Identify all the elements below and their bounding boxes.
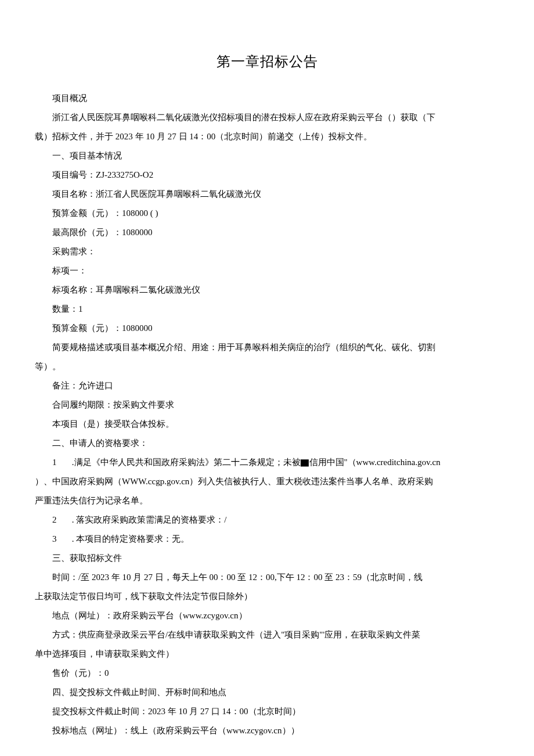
req-1-line1: 1 .满足《中华人民共和国政府采购法》第二十二条规定；未被▇信用中国"（www.… [35, 453, 499, 472]
req-3-text: . 本项目的特定资格要求：无。 [70, 534, 189, 543]
method-line2: 单中选择项目，申请获取采购文件） [35, 645, 499, 664]
page-title: 第一章招标公告 [35, 46, 499, 77]
line-overview: 项目概况 [35, 89, 499, 108]
project-number: 项目编号：ZJ-233275O-O2 [35, 165, 499, 185]
section-3-title: 三、获取招标文件 [35, 549, 499, 568]
remark: 备注：允许进口 [35, 376, 499, 395]
project-name: 项目名称：浙江省人民医院耳鼻咽喉科二氧化碳激光仪 [35, 185, 499, 204]
consortium: 本项目（是）接受联合体投标。 [35, 415, 499, 434]
brief-spec-2: 等）。 [35, 357, 499, 376]
req-2: 2 . 落实政府采购政策需满足的资格要求：/ [35, 510, 499, 530]
price: 售价（元）：0 [35, 664, 499, 683]
num-3: 3 [52, 534, 70, 543]
method-line1: 方式：供应商登录政采云平台/在线申请获取采购文件（进入"项目采购"'应用，在获取… [35, 625, 499, 645]
section-2-title: 二、申请人的资格要求： [35, 434, 499, 453]
line-intro-1: 浙江省人民医院耳鼻咽喉科二氧化碳激光仪招标项目的潜在投标人应在政府采购云平台（）… [35, 108, 499, 127]
req-1-text: .满足《中华人民共和国政府采购法》第二十二条规定；未被▇信用中国"（www.cr… [70, 458, 441, 467]
max-price: 最高限价（元）：1080000 [35, 223, 499, 242]
req-1-line3: 严重违法失信行为记录名单。 [35, 491, 499, 510]
req-2-text: . 落实政府采购政策需满足的资格要求：/ [70, 515, 226, 524]
quantity: 数量：1 [35, 300, 499, 319]
num-2: 2 [52, 515, 70, 524]
time-line1: 时间：/至 2023 年 10 月 27 日，每天上午 00：00 至 12：0… [35, 568, 499, 587]
num-1: 1 [52, 458, 70, 467]
budget-amount: 预算金额（元）：108000 ( ) [35, 204, 499, 223]
item-1: 标项一： [35, 261, 499, 280]
req-3: 3 . 本项目的特定资格要求：无。 [35, 530, 499, 549]
contract-period: 合同履约期限：按采购文件要求 [35, 395, 499, 415]
deadline: 提交投标文件截止时间：2023 年 10 月 27 口 14：00（北京时间） [35, 702, 499, 721]
procurement-req: 采购需求： [35, 242, 499, 261]
item-budget: 预算金额（元）：1080000 [35, 319, 499, 338]
bid-location: 投标地点（网址）：线上（政府采购云平台（www.zcygov.cn）） [35, 721, 499, 740]
brief-spec-1: 简要规格描述或项目基本概况介绍、用途：用于耳鼻喉科相关病症的治疗（组织的气化、碳… [35, 338, 499, 357]
time-line2: 上获取法定节假日均可，线下获取文件法定节假日除外） [35, 587, 499, 606]
location: 地点（网址）：政府采购云平台（www.zcygov.cn） [35, 606, 499, 625]
req-1-line2: ）、中国政府采购网（WWW.ccgp.gov.cn）列入失信被执行人、重大税收违… [35, 472, 499, 491]
item-name: 标项名称：耳鼻咽喉科二氯化碳激光仪 [35, 280, 499, 300]
section-1-title: 一、项目基本情况 [35, 146, 499, 165]
line-intro-2: 载）招标文件，并于 2023 年 10 月 27 日 14：00（北京时间）前递… [35, 127, 499, 146]
section-4-title: 四、提交投标文件截止时间、开标时间和地点 [35, 683, 499, 702]
